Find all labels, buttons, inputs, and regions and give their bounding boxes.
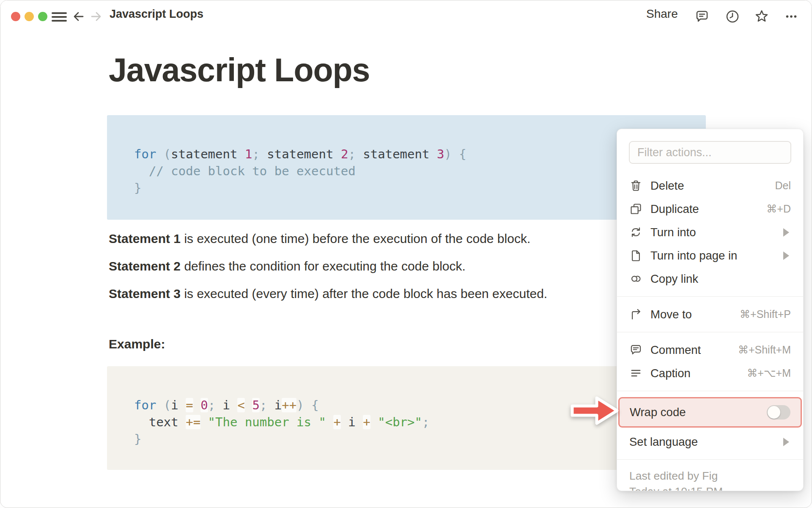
menu-item-label: Caption [650, 367, 747, 380]
menu-divider [617, 459, 803, 460]
page-icon [629, 249, 642, 262]
page-title[interactable]: Javascript Loops [109, 51, 370, 89]
menu-item-shortcut: ⌘+Shift+P [740, 308, 791, 320]
menu-item-label: Turn into page in [650, 249, 783, 262]
caption-icon [629, 367, 642, 380]
menu-divider [617, 296, 803, 297]
duplicate-icon [629, 202, 642, 215]
code-block-syntax[interactable]: for (statement 1; statement 2; statement… [107, 115, 706, 220]
menu-item-comment[interactable]: Comment⌘+Shift+M [617, 338, 803, 362]
turn-into-icon [629, 226, 642, 239]
menu-item-move-to[interactable]: Move to⌘+Shift+P [617, 303, 803, 326]
menu-item-label: Duplicate [650, 202, 766, 216]
menu-item-wrap-code[interactable]: Wrap code [618, 397, 802, 428]
comment-icon [629, 343, 642, 356]
menu-item-duplicate[interactable]: Duplicate⌘+D [617, 197, 803, 221]
menu-footer: Last edited by Fig Today at 10:15 PM [617, 466, 803, 491]
last-edited-by: Last edited by Fig [629, 468, 791, 484]
wrap-code-label: Wrap code [630, 406, 767, 419]
menu-item-set-language[interactable]: Set language [617, 430, 803, 453]
block-actions-menu: DeleteDelDuplicate⌘+DTurn intoTurn into … [617, 129, 804, 491]
menu-item-shortcut: ⌘+Shift+M [738, 344, 791, 356]
paragraph[interactable]: Statement 2 defines the condition for ex… [109, 257, 642, 275]
menu-item-label: Copy link [650, 272, 791, 286]
close-window-button[interactable] [11, 12, 20, 21]
filter-actions-input[interactable] [629, 141, 791, 164]
body-paragraphs: Statement 1 is executed (one time) befor… [109, 230, 642, 312]
menu-item-delete[interactable]: DeleteDel [617, 174, 803, 197]
menu-item-label: Move to [650, 308, 740, 321]
forward-arrow-icon[interactable] [88, 8, 104, 25]
menu-item-turn-into[interactable]: Turn into [617, 221, 803, 244]
link-icon [629, 272, 642, 285]
last-edited-time: Today at 10:15 PM [629, 484, 791, 491]
toggle-knob [768, 406, 780, 419]
menu-item-turn-into-page-in[interactable]: Turn into page in [617, 244, 803, 267]
back-arrow-icon[interactable] [71, 8, 87, 25]
move-to-icon [629, 308, 642, 321]
comments-icon[interactable] [694, 8, 710, 25]
sidebar-menu-icon[interactable] [52, 12, 67, 22]
zoom-window-button[interactable] [38, 12, 47, 21]
favorite-star-icon[interactable] [754, 8, 770, 25]
submenu-arrow-icon [783, 438, 789, 446]
window-topbar: Javascript Loops Share [0, 0, 812, 28]
submenu-arrow-icon [783, 251, 789, 260]
menu-item-copy-link[interactable]: Copy link [617, 267, 803, 290]
menu-item-caption[interactable]: Caption⌘+⌥+M [617, 362, 803, 385]
paragraph[interactable]: Statement 1 is executed (one time) befor… [109, 230, 642, 248]
share-button[interactable]: Share [646, 7, 678, 21]
trash-icon [629, 179, 642, 192]
minimize-window-button[interactable] [25, 12, 34, 21]
window-title: Javascript Loops [110, 8, 203, 21]
wrap-code-toggle[interactable] [767, 405, 790, 420]
menu-items: DeleteDelDuplicate⌘+DTurn intoTurn into … [617, 174, 803, 391]
example-heading[interactable]: Example: [109, 337, 165, 351]
menu-divider [617, 391, 803, 391]
history-clock-icon[interactable] [724, 8, 741, 25]
paragraph[interactable]: Statement 3 is executed (every time) aft… [109, 285, 642, 303]
menu-item-label: Comment [650, 343, 738, 357]
menu-item-label: Delete [650, 179, 775, 193]
menu-item-shortcut: ⌘+⌥+M [747, 367, 791, 379]
more-options-icon[interactable] [783, 8, 799, 25]
set-language-label: Set language [629, 435, 783, 449]
menu-divider [617, 332, 803, 332]
menu-item-label: Turn into [650, 226, 783, 239]
app-window: Javascript Loops Share Javascript Loops … [0, 0, 812, 508]
menu-item-shortcut: ⌘+D [766, 203, 791, 215]
menu-item-shortcut: Del [775, 179, 791, 192]
red-arrow-annotation-icon [569, 394, 621, 428]
submenu-arrow-icon [783, 228, 789, 237]
code-content: for (statement 1; statement 2; statement… [107, 115, 706, 196]
